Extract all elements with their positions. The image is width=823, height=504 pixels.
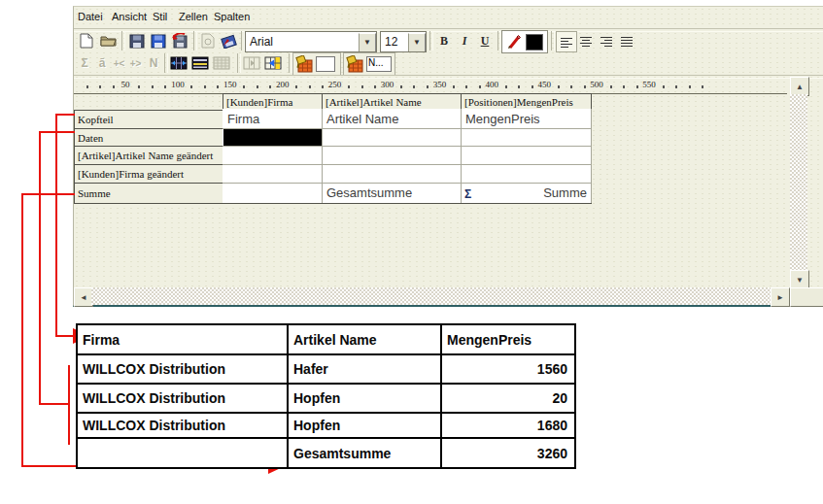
align-right-icon [600, 36, 612, 47]
result-cell-firma: WILLCOX Distribution [77, 384, 288, 413]
row-label-kopfteil[interactable]: Kopfteil [74, 110, 223, 129]
average-button[interactable]: ā [93, 52, 111, 74]
align-center-button[interactable] [576, 31, 596, 50]
figure-canvas: Datei Ansicht Stil Zellen Spalten [0, 0, 823, 504]
row-label-artikel-geaendert[interactable]: [Artikel]Artikel Name geändert [74, 146, 223, 165]
chevron-down-icon[interactable]: ▼ [408, 33, 426, 51]
result-cell-preis: 20 [441, 384, 575, 413]
column-caption-mengenpreis[interactable]: [Positionen]MengenPreis [461, 93, 592, 110]
row-label-daten[interactable]: Daten [74, 128, 223, 147]
cell-summe-gesamtsumme[interactable]: Gesamtsumme [326, 185, 412, 200]
connector-kopfteil-line [55, 335, 75, 337]
align-right-button[interactable] [597, 31, 616, 50]
new-document-button[interactable] [76, 30, 97, 51]
new-document-icon [80, 33, 93, 49]
paint-bucket-grid-icon [295, 55, 313, 73]
connector-daten-line [39, 131, 75, 133]
cell-kopfteil-firma[interactable]: Firma [227, 112, 259, 126]
font-size-combobox[interactable]: 12 ▼ [380, 31, 427, 52]
result-total-row: Gesamtsumme 3260 [77, 438, 575, 468]
open-file-button[interactable] [97, 30, 119, 51]
connector-kopfteil-line [55, 114, 75, 116]
column-caption-artikel-name[interactable]: [Artikel]Artikel Name [322, 93, 462, 110]
insert-right-button[interactable]: +> [127, 52, 144, 74]
save-button[interactable] [126, 30, 148, 51]
italic-button[interactable]: I [455, 30, 474, 51]
result-cell-artikel: Hopfen [288, 413, 441, 438]
row-label-kunden-geaendert[interactable]: [Kunden]Firma geändert [74, 164, 223, 184]
result-cell-preis: 3260 [441, 438, 575, 468]
vertical-scroll-track[interactable] [790, 94, 807, 270]
menu-zellen[interactable]: Zellen [179, 11, 208, 22]
connector-daten-line [39, 403, 70, 405]
scroll-left-button[interactable]: ◄ [74, 287, 93, 307]
underline-button[interactable]: U [475, 30, 495, 51]
chevron-down-icon[interactable]: ▼ [359, 33, 376, 51]
scroll-right-button[interactable]: ► [771, 287, 790, 307]
count-button[interactable]: N [145, 52, 162, 74]
menu-bar: Datei Ansicht Stil Zellen Spalten [74, 9, 823, 26]
column-arrow-left-button[interactable] [241, 52, 262, 74]
align-justify-button[interactable] [617, 31, 636, 50]
result-cell-artikel: Hopfen [288, 384, 441, 413]
fill-color-swatch[interactable] [316, 56, 335, 72]
align-left-button[interactable] [556, 31, 577, 52]
fill-name-group[interactable]: N... [343, 52, 395, 76]
grid-columns-button[interactable] [168, 52, 189, 74]
font-family-combobox[interactable]: Arial ▼ [245, 31, 377, 52]
cell-summe-summe[interactable]: Summe [461, 185, 587, 200]
result-cell-firma: WILLCOX Distribution [77, 413, 288, 438]
connector-kopfteil-line [55, 114, 57, 337]
connector-summe-line [21, 193, 23, 467]
toolbar-separator [551, 31, 555, 50]
sum-button[interactable]: Σ [76, 52, 93, 74]
menu-stil[interactable]: Stil [153, 11, 167, 22]
report-designer-window: Datei Ansicht Stil Zellen Spalten [73, 6, 823, 307]
save-as-button[interactable] [169, 30, 190, 51]
column-caption-kunden-firma[interactable]: [Kunden]Firma [223, 93, 323, 110]
result-cell-firma: WILLCOX Distribution [77, 354, 288, 384]
fill-name-field[interactable]: N... [366, 56, 392, 72]
scrollbar-corner [790, 287, 823, 307]
average-icon: ā [99, 56, 106, 70]
grid-line [591, 109, 592, 204]
preview-icon [201, 33, 215, 49]
pen-color-button[interactable] [502, 34, 526, 50]
menu-spalten[interactable]: Spalten [214, 11, 250, 22]
grid-pattern-icon [213, 56, 230, 70]
grid-line [223, 183, 592, 184]
toolbar-separator [429, 31, 433, 50]
data-rows-bracket [68, 365, 70, 445]
print-preview-button[interactable] [197, 30, 219, 51]
ruler: 50100150200250300350400450500550 [74, 78, 787, 94]
diskette-icon [129, 34, 145, 49]
grid-rows-button[interactable] [189, 52, 211, 74]
grid-line [223, 164, 592, 165]
color-swatch-black[interactable] [526, 34, 543, 50]
toolbar-separator [121, 31, 125, 50]
cell-kopfteil-mengenpreis[interactable]: MengenPreis [465, 112, 540, 126]
selected-cell-daten-firma[interactable] [223, 129, 322, 146]
align-justify-icon [621, 36, 633, 47]
scroll-up-button[interactable]: ▲ [790, 77, 809, 96]
export-button[interactable] [219, 30, 240, 51]
menu-ansicht[interactable]: Ansicht [112, 11, 147, 22]
column-arrow-right-button[interactable] [262, 52, 284, 74]
cell-kopfteil-artikel-name[interactable]: Artikel Name [326, 112, 398, 126]
row-label-summe[interactable]: Summe [74, 183, 223, 204]
bold-button[interactable]: B [434, 30, 454, 51]
result-cell-artikel: Hafer [288, 354, 441, 384]
grid-pattern-button[interactable] [211, 52, 232, 74]
align-center-icon [580, 36, 592, 47]
scroll-down-button[interactable]: ▼ [790, 270, 809, 289]
result-row: WILLCOX Distribution Hafer 1560 [77, 354, 575, 384]
grid-blue-arrows-icon [170, 56, 188, 70]
insert-left-button[interactable]: +< [111, 52, 127, 74]
menu-datei[interactable]: Datei [78, 11, 103, 22]
save-stylesheet-button[interactable] [148, 30, 169, 51]
result-header-mengenpreis: MengenPreis [441, 324, 575, 354]
grid-arrow-left-icon [243, 56, 260, 70]
horizontal-scroll-track[interactable] [91, 287, 771, 305]
fill-color-group[interactable] [292, 52, 341, 76]
text-color-group [501, 30, 548, 53]
